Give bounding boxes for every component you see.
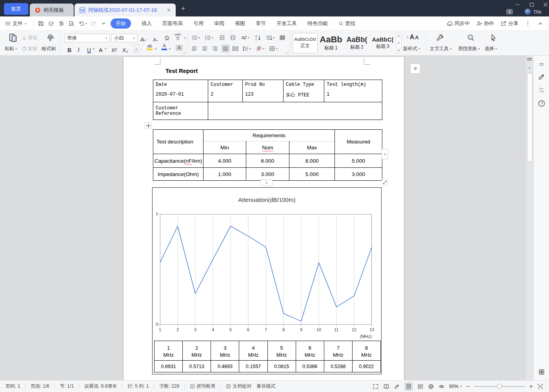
align-right-icon[interactable] [212,45,218,52]
req-table-cell[interactable]: 4.000 [204,154,246,168]
freq-table-cell[interactable]: 4MHz [239,341,267,361]
bold-button[interactable]: B [67,44,71,53]
align-center-icon[interactable] [202,45,208,52]
scroll-up-icon[interactable] [527,65,532,70]
add-row-button[interactable]: + [260,180,273,186]
page-options-button[interactable] [410,64,420,74]
copy-button[interactable]: 复制 [22,45,37,52]
req-table-cell[interactable]: 8.000 [289,154,335,168]
strikethrough-button[interactable]: A [99,44,102,53]
web-layout-icon[interactable] [428,383,434,390]
superscript-button[interactable]: X² [111,44,117,53]
format-painter-icon[interactable] [46,34,54,42]
pinyin-dropdown-icon[interactable]: ▾ [184,36,185,40]
read-mode-icon[interactable] [383,383,389,390]
character-shading-button[interactable]: A [176,45,183,51]
freq-table-cell[interactable]: 2MHz [183,341,211,361]
find-menu[interactable]: 查找 [338,20,355,27]
text-tool-icon[interactable] [436,34,444,42]
panel-layout-icon[interactable] [538,61,545,67]
menu-tab-0[interactable]: 开始 [111,18,131,29]
new-style-icon[interactable]: ✳AA [406,34,419,41]
paragraph-mark-dropdown-icon[interactable]: ▾ [273,36,274,40]
eye-protect-icon[interactable] [438,383,445,390]
borders-dropdown-icon[interactable]: ▾ [276,47,278,51]
user-name[interactable]: Thh [533,9,542,15]
distribute-icon[interactable] [232,45,238,52]
zoom-level-button[interactable]: 90%▾ [449,384,462,389]
req-table-cell[interactable]: 3.000 [335,168,382,181]
increase-indent-icon[interactable] [230,34,236,41]
file-menu[interactable]: 文件 ▾ [5,16,26,31]
req-table-cell[interactable]: Nom [246,142,289,154]
undo-button[interactable] [78,20,85,27]
export-pdf-button[interactable] [48,20,54,27]
underline-button[interactable]: U [87,44,91,53]
table-move-handle[interactable] [145,122,152,129]
text-direction-dropdown-icon[interactable]: ▾ [248,36,249,40]
info-cell[interactable]: Customer2 [208,80,243,102]
info-reference-label[interactable]: Customer Reference [153,102,208,120]
table-resize-handle[interactable] [382,179,388,186]
fit-page-icon[interactable] [537,383,544,390]
decrease-indent-icon[interactable] [219,34,225,41]
text-direction-icon[interactable]: A [241,34,247,41]
collaborate-button[interactable]: 协作 [476,20,494,27]
freq-table-cell[interactable]: 0.9022 [352,361,380,372]
text-tool-button[interactable]: 文字工具▾ [430,45,451,52]
req-table-cell[interactable]: 1.000 [204,168,246,181]
freq-table-cell[interactable]: 0.8931 [155,361,183,372]
zoom-out-button[interactable]: − [466,383,469,390]
gallery-down-icon[interactable]: ▼ [398,42,400,44]
freq-table-cell[interactable]: 0.5366 [296,361,324,372]
compatibility-mode-label[interactable]: 兼容模式 [256,383,275,390]
req-table-cell[interactable]: 5.000 [289,168,335,181]
clear-format-icon[interactable] [164,34,170,41]
numbered-list-icon[interactable]: 123 [205,34,211,41]
notification-badge[interactable]: 1 [506,9,513,15]
more-options-icon[interactable] [525,20,531,27]
undo-dropdown-icon[interactable]: ▾ [85,16,87,31]
freq-table-cell[interactable]: 0.5713 [183,361,211,372]
style-item-1[interactable]: AaBb标题 1 [318,33,344,53]
menu-tab-5[interactable]: 视图 [235,20,245,27]
app-center-icon[interactable] [538,368,545,376]
ruler-toggle-icon[interactable] [527,57,532,62]
sync-status[interactable]: 同步中 [447,20,470,27]
freq-table-cell[interactable]: 0.1557 [239,361,267,372]
zoom-slider-knob[interactable] [497,384,502,389]
status-item-0[interactable]: 页码: 1 [5,383,20,390]
font-color-dropdown-icon[interactable]: ▾ [169,47,171,51]
zoom-in-button[interactable]: + [529,383,533,390]
maximize-button[interactable] [529,2,535,8]
req-table-cell[interactable]: Measured [335,130,382,154]
new-tab-button[interactable]: + [179,4,187,13]
panel-settings-icon[interactable] [538,86,545,94]
highlight-color-button[interactable]: ab [147,44,153,50]
freq-table-cell[interactable]: 8MHz [352,341,380,361]
panel-edit-icon[interactable] [538,73,545,81]
select-tool-icon[interactable] [489,34,497,42]
freq-table-cell[interactable]: 6MHz [296,341,324,361]
tab-stop-icon[interactable] [279,34,285,41]
menu-tab-6[interactable]: 章节 [256,20,266,27]
close-window-button[interactable] [542,2,549,8]
vertical-scrollbar[interactable] [526,56,533,380]
cut-button[interactable]: 剪切 [22,34,37,41]
chart-object[interactable]: Attenuation(dB/100m) 1 0 123456789101112… [152,187,382,374]
status-item-1[interactable]: 页面: 1/6 [31,383,49,390]
template-tab[interactable]: 稻壳模板 [30,4,74,16]
home-tab[interactable]: 首页 [4,3,28,15]
new-style-button[interactable]: 新样式▾ [403,45,420,52]
gallery-more-icon[interactable]: ▼ [398,49,400,52]
proofread-toggle[interactable]: 文档校对 [226,383,251,390]
paste-button[interactable]: 粘贴▾ [5,45,17,52]
req-table-cell[interactable]: Requirements [204,130,335,142]
style-item-2[interactable]: AaBb(标题 2 [344,33,369,53]
req-table-cell[interactable]: 6.000 [246,154,289,168]
freq-table-cell[interactable]: 7MHz [324,341,352,361]
outline-view-icon[interactable] [417,383,424,390]
paragraph-dialog-launcher[interactable] [285,51,288,54]
req-table-cell[interactable]: Impedance(Ohm) [153,168,204,181]
decrease-font-button[interactable]: A− [153,34,158,42]
